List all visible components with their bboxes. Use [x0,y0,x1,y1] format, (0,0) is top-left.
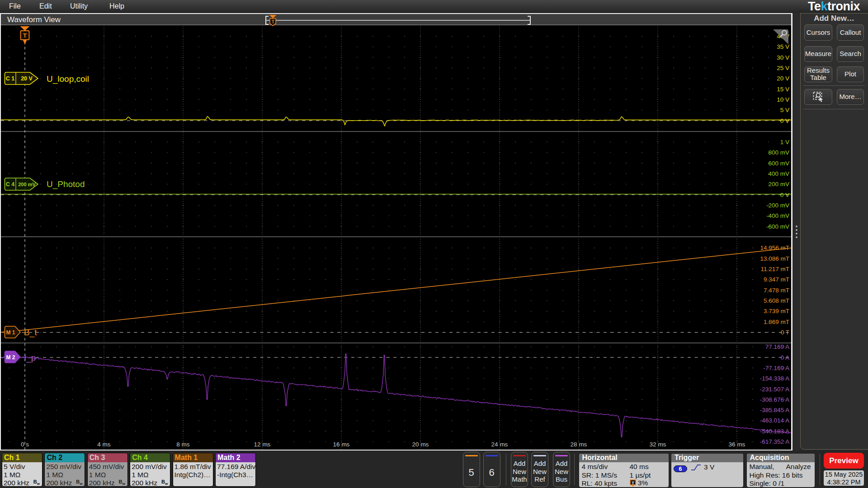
svg-text:7.478 mT: 7.478 mT [764,287,789,294]
svg-text:1.869 mT: 1.869 mT [764,319,789,325]
svg-text:0 s: 0 s [21,441,29,448]
svg-text:14.956 mT: 14.956 mT [760,244,789,251]
svg-text:24 ms: 24 ms [491,441,508,448]
svg-text:25 V: 25 V [777,65,789,71]
svg-text:35 V: 35 V [777,43,789,50]
svg-text:-617.352 A: -617.352 A [760,438,789,445]
svg-text:0 V: 0 V [780,117,789,124]
svg-text:200 mV: 200 mV [18,182,36,187]
svg-text:M 2: M 2 [6,354,15,361]
svg-text:30 V: 30 V [777,54,789,61]
svg-text:-77.169 A: -77.169 A [763,365,789,371]
svg-text:U_Photod: U_Photod [47,179,85,189]
svg-text:11.217 mT: 11.217 mT [760,266,789,272]
svg-text:5.608 mT: 5.608 mT [764,297,789,304]
svg-text:M 1: M 1 [6,329,15,336]
svg-text:13.086 mT: 13.086 mT [760,255,789,262]
svg-text:10 V: 10 V [777,96,789,103]
svg-text:800 mV: 800 mV [768,149,789,156]
svg-text:4 ms: 4 ms [97,441,111,448]
svg-text:16 ms: 16 ms [333,441,350,448]
svg-text:T: T [632,480,634,485]
svg-text:1 V: 1 V [780,139,789,145]
svg-text:0 V: 0 V [780,192,789,198]
svg-text:20 ms: 20 ms [412,441,429,448]
svg-text:28 ms: 28 ms [571,441,587,448]
svg-text:32 ms: 32 ms [650,441,666,448]
svg-text:-540.183 A: -540.183 A [760,428,789,435]
svg-text:12 ms: 12 ms [254,441,271,448]
svg-text:5 V: 5 V [780,107,789,113]
svg-text:0 A: 0 A [780,354,789,361]
svg-text:-463.014 A: -463.014 A [760,417,789,424]
svg-text:15 V: 15 V [777,86,789,93]
svg-text:36 ms: 36 ms [729,441,745,448]
svg-text:-308.676 A: -308.676 A [760,396,789,403]
svg-text:400 mV: 400 mV [768,170,789,177]
svg-text:B_t: B_t [24,328,37,338]
svg-text:3.739 mT: 3.739 mT [764,308,789,314]
svg-text:8 ms: 8 ms [176,441,190,448]
svg-text:9.347 mT: 9.347 mT [764,276,789,283]
svg-text:0 T: 0 T [781,329,789,336]
svg-text:200 mV: 200 mV [768,181,789,188]
svg-text:20 V: 20 V [21,75,33,82]
svg-text:-200 mV: -200 mV [766,202,789,209]
svg-text:-600 mV: -600 mV [766,223,789,230]
svg-text:-154.338 A: -154.338 A [760,375,789,382]
svg-text:-231.507 A: -231.507 A [760,386,789,393]
svg-text:U_loop,coil: U_loop,coil [47,74,89,84]
svg-text:-385.845 A: -385.845 A [760,407,789,413]
svg-text:T: T [23,32,27,39]
svg-text:20 V: 20 V [777,75,789,82]
svg-text:C 1: C 1 [6,75,15,82]
svg-text:T: T [272,19,274,24]
svg-text:I_p: I_p [24,353,36,363]
svg-text:600 mV: 600 mV [768,160,789,167]
svg-text:77.169 A: 77.169 A [765,343,789,350]
svg-text:-400 mV: -400 mV [766,212,789,219]
svg-text:C 4: C 4 [6,181,15,188]
